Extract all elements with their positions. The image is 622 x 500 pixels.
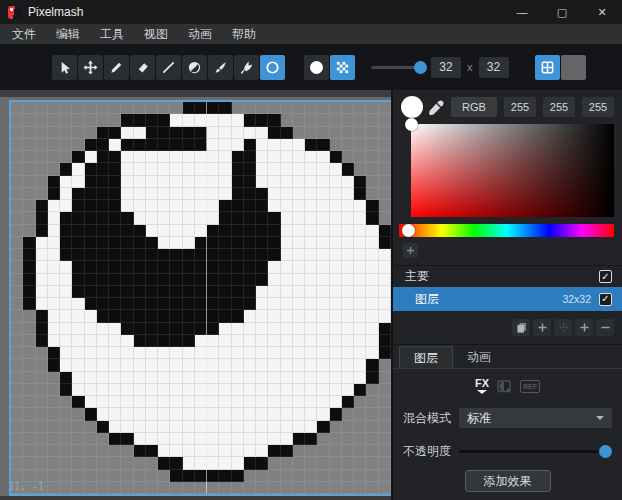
right-panel: RGB 255 255 255 主要 [391, 90, 622, 500]
menu-item-0[interactable]: 文件 [2, 24, 46, 44]
dither-pattern-icon [335, 60, 350, 75]
blue-value-field[interactable]: 255 [582, 97, 614, 117]
delete-layer-button[interactable] [596, 319, 614, 336]
menu-item-4[interactable]: 动画 [178, 24, 222, 44]
slider-track [371, 66, 417, 69]
canvas-width-field[interactable]: 32 [431, 57, 461, 78]
layer-visibility-checkbox[interactable] [599, 293, 612, 306]
add-layer-button[interactable] [533, 319, 551, 336]
opacity-row: 不透明度 [403, 443, 612, 460]
eyedropper-icon[interactable] [428, 99, 445, 116]
center-guide-line [206, 102, 207, 494]
layer-group-name: 主要 [405, 268, 429, 285]
duplicate-layer-icon [515, 321, 528, 334]
color-tools-row: RGB 255 255 255 [393, 90, 622, 122]
secondary-view-button[interactable] [561, 55, 586, 80]
duplicate-layer-button[interactable] [512, 319, 530, 336]
fx-arrow-icon [477, 390, 487, 394]
move-icon [83, 60, 98, 75]
pencil-tool-button[interactable] [104, 55, 129, 80]
fill-icon [187, 60, 202, 75]
color-mode-button[interactable]: RGB [451, 97, 497, 117]
line-tool-button[interactable] [156, 55, 181, 80]
add-group-button[interactable] [575, 319, 593, 336]
pen-icon [239, 60, 254, 75]
delete-layer-icon [599, 321, 612, 334]
tool-group [52, 55, 286, 80]
ellipse-tool-button[interactable] [260, 55, 285, 80]
current-color-swatch[interactable] [401, 96, 423, 118]
window-controls: — ▢ ✕ [502, 0, 622, 24]
fill-tool-button[interactable] [182, 55, 207, 80]
app-window: Pixelmash — ▢ ✕ 文件编辑工具视图动画帮助 32 x 32 [0, 0, 622, 500]
grid-toggle-button[interactable] [535, 55, 560, 80]
app-logo-icon [8, 6, 21, 19]
blend-mode-label: 混合模式 [403, 410, 451, 427]
move-tool-button[interactable] [78, 55, 103, 80]
layer-group-row[interactable]: 主要 [393, 266, 622, 287]
menu-bar: 文件编辑工具视图动画帮助 [0, 24, 622, 44]
chevron-down-icon [596, 416, 604, 420]
close-button[interactable]: ✕ [582, 0, 622, 24]
layer-name: 图层 [415, 291, 439, 308]
menu-item-3[interactable]: 视图 [134, 24, 178, 44]
tab-animation[interactable]: 动画 [453, 346, 505, 368]
sv-cursor[interactable] [405, 118, 418, 131]
maximize-button[interactable]: ▢ [542, 0, 582, 24]
brush-shape-button[interactable] [304, 55, 329, 80]
opacity-slider-handle[interactable] [599, 445, 612, 458]
add-swatch-button[interactable] [403, 243, 418, 258]
hue-slider[interactable] [399, 224, 614, 237]
move-layer-button[interactable] [554, 319, 572, 336]
layer-row-selected[interactable]: 图层 32x32 [393, 287, 622, 311]
add-layer-icon [536, 321, 549, 334]
add-effect-button[interactable]: 添加效果 [465, 470, 551, 492]
tab-layers[interactable]: 图层 [399, 346, 453, 368]
effects-icons-row: FX REF [393, 376, 622, 396]
pencil-icon [109, 60, 124, 75]
layer-size-badge: 32x32 [562, 293, 591, 305]
canvas-height-field[interactable]: 32 [479, 57, 509, 78]
window-title: Pixelmash [28, 5, 83, 19]
add-group-icon [578, 321, 591, 334]
minimize-button[interactable]: — [502, 0, 542, 24]
grid-icon [540, 60, 555, 75]
toolbar: 32 x 32 [0, 44, 622, 90]
green-value-field[interactable]: 255 [543, 97, 575, 117]
eraser-tool-button[interactable] [130, 55, 155, 80]
menu-item-5[interactable]: 帮助 [222, 24, 266, 44]
cursor-coordinates: 31, -1 [8, 481, 44, 492]
dimension-separator: x [467, 61, 473, 73]
ref-icon[interactable]: REF [520, 380, 540, 393]
opacity-label: 不透明度 [403, 443, 451, 460]
brush-size-slider[interactable] [369, 55, 427, 80]
canvas-selection-border [9, 100, 391, 496]
blend-mode-select[interactable]: 标准 [459, 408, 612, 428]
dither-toggle-button[interactable] [330, 55, 355, 80]
brush-tool-button[interactable] [208, 55, 233, 80]
select-tool-button[interactable] [52, 55, 77, 80]
slider-handle[interactable] [414, 61, 427, 74]
pen-tool-button[interactable] [234, 55, 259, 80]
menu-item-2[interactable]: 工具 [90, 24, 134, 44]
brush-icon [213, 60, 228, 75]
menu-item-1[interactable]: 编辑 [46, 24, 90, 44]
opacity-slider[interactable] [459, 445, 612, 458]
select-icon [57, 60, 72, 75]
plus-icon [405, 245, 416, 256]
layer-buttons-row [393, 319, 622, 336]
ellipse-icon [265, 60, 280, 75]
pixel-canvas[interactable] [11, 102, 391, 494]
title-bar: Pixelmash — ▢ ✕ [0, 0, 622, 24]
move-layer-icon [557, 321, 570, 334]
adjustment-icon[interactable] [496, 379, 513, 394]
saturation-value-picker[interactable] [411, 124, 614, 217]
add-swatch-row [403, 243, 622, 258]
red-value-field[interactable]: 255 [504, 97, 536, 117]
layer-visibility-checkbox[interactable] [599, 270, 612, 283]
blend-mode-row: 混合模式 标准 [403, 408, 612, 428]
hue-cursor[interactable] [402, 224, 415, 237]
line-icon [161, 60, 176, 75]
eraser-icon [135, 60, 150, 75]
fx-icon[interactable]: FX [475, 378, 489, 394]
